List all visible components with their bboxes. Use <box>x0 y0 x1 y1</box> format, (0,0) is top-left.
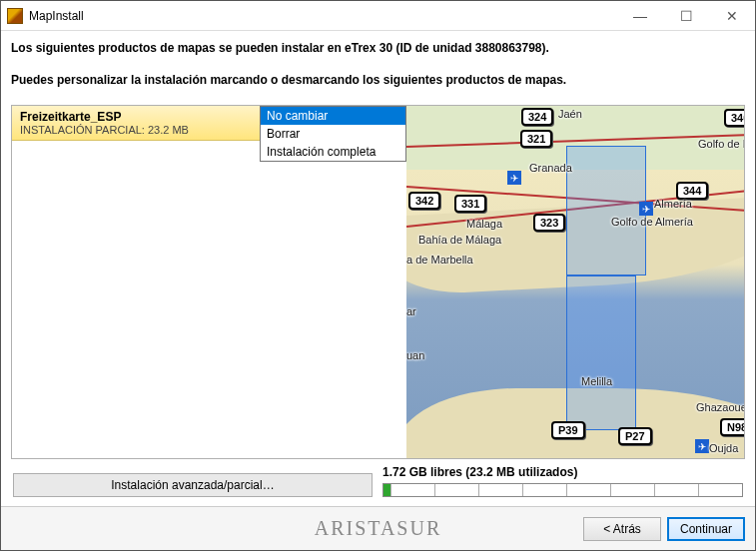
road-shield: 324 <box>521 108 553 126</box>
road-shield: 340 <box>724 109 744 127</box>
titlebar: MapInstall — ☐ ✕ <box>1 1 755 31</box>
disk-free-segment <box>611 484 655 496</box>
disk-free-segment <box>523 484 567 496</box>
city-label: a de Marbella <box>406 254 473 266</box>
city-label: Melilla <box>581 375 612 387</box>
content-area: Los siguientes productos de mapas se pue… <box>1 31 755 497</box>
disk-space-bar <box>382 483 743 497</box>
dropdown-item-delete[interactable]: Borrar <box>261 125 405 143</box>
window-title: MapInstall <box>29 9 617 23</box>
city-label: Oujda <box>709 442 738 454</box>
dropdown-item-no-change[interactable]: No cambiar <box>261 107 405 125</box>
install-option-dropdown[interactable]: No cambiar Borrar Instalación completa <box>260 106 406 162</box>
city-label: Golfo de Almería <box>611 216 693 228</box>
airport-icon <box>639 202 653 216</box>
app-icon <box>7 8 23 24</box>
disk-free-segment <box>391 484 435 496</box>
airport-icon <box>507 171 521 185</box>
footer-bar: ARISTASUR < Atrás Continuar <box>1 506 755 550</box>
disk-free-segment <box>567 484 611 496</box>
city-label: Ghazaoue <box>696 401 744 413</box>
road-shield: 323 <box>533 214 565 232</box>
lower-row: Instalación avanzada/parcial… 1.72 GB li… <box>11 465 745 497</box>
disk-free-segment <box>655 484 699 496</box>
city-label: Bahía de Málaga <box>418 234 501 246</box>
continue-button[interactable]: Continuar <box>667 517 745 541</box>
city-label: Granada <box>529 162 572 174</box>
road-shield: P27 <box>618 427 652 445</box>
watermark: ARISTASUR <box>315 517 442 540</box>
city-label: Golfo de Maz <box>698 138 744 150</box>
disk-free-segment <box>435 484 479 496</box>
road-shield: N98 <box>720 418 744 436</box>
close-button[interactable]: ✕ <box>709 1 755 30</box>
road-shield: 342 <box>408 192 440 210</box>
instruction-line-2: Puedes personalizar la instalación marca… <box>11 73 745 87</box>
instruction-line-1: Los siguientes productos de mapas se pue… <box>11 41 745 55</box>
selected-map-region[interactable] <box>566 146 646 276</box>
road-shield: 321 <box>520 130 552 148</box>
disk-free-segment <box>479 484 523 496</box>
disk-space-area: 1.72 GB libres (23.2 MB utilizados) <box>382 465 743 497</box>
disk-space-label: 1.72 GB libres (23.2 MB utilizados) <box>382 465 743 479</box>
city-label: Málaga <box>466 218 502 230</box>
main-panel: Freizeitkarte_ESP INSTALACIÓN PARCIAL: 2… <box>11 105 745 459</box>
dropdown-item-full-install[interactable]: Instalación completa <box>261 143 405 161</box>
city-label: uan <box>406 349 424 361</box>
city-label: ar <box>406 305 416 317</box>
airport-icon <box>695 439 709 453</box>
advanced-install-button[interactable]: Instalación avanzada/parcial… <box>13 473 373 497</box>
product-list: Freizeitkarte_ESP INSTALACIÓN PARCIAL: 2… <box>12 106 406 458</box>
maximize-button[interactable]: ☐ <box>663 1 709 30</box>
minimize-button[interactable]: — <box>617 1 663 30</box>
map-preview[interactable]: 324 321 340 342 331 344 323 P39 P27 N98 … <box>406 106 744 458</box>
selected-map-region[interactable] <box>566 276 636 430</box>
window-controls: — ☐ ✕ <box>617 1 755 30</box>
back-button[interactable]: < Atrás <box>583 517 661 541</box>
disk-free-segment <box>699 484 742 496</box>
city-label: Almería <box>654 198 692 210</box>
road-shield: P39 <box>551 421 585 439</box>
disk-used-segment <box>383 484 391 496</box>
city-label: Jaén <box>558 108 582 120</box>
road-shield: 331 <box>454 195 486 213</box>
